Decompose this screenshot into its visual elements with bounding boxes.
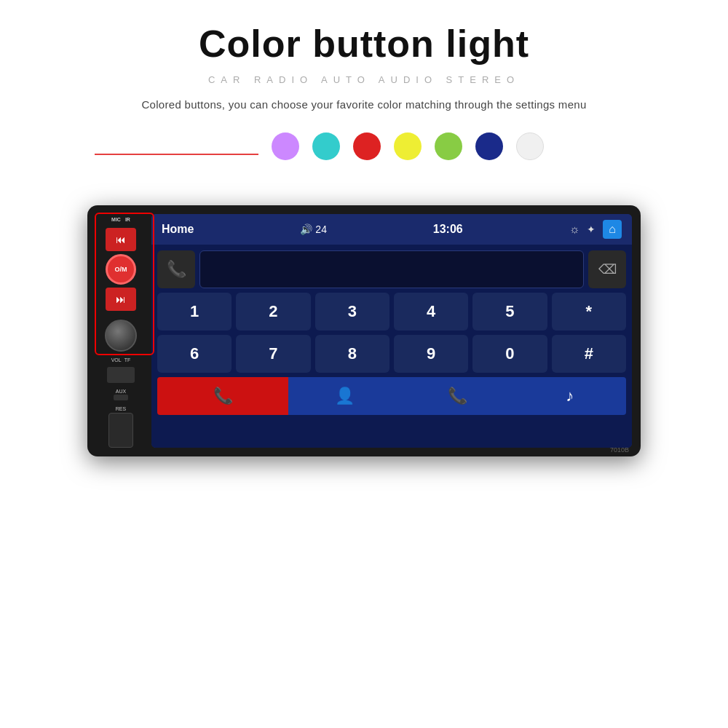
color-dot-yellow[interactable] [394, 132, 422, 160]
volume-display: 🔊 24 [300, 223, 327, 235]
bottom-contacts-button[interactable]: 👤 [288, 377, 401, 415]
color-dot-green[interactable] [435, 132, 462, 160]
car-radio-device: MIC IR ⏮ O/M ⏭ VOL TF AUX [87, 205, 641, 456]
aux-port[interactable] [114, 395, 128, 400]
mic-label: MIC [111, 217, 121, 222]
bottom-hangup-button[interactable]: 📞 [401, 377, 514, 415]
dial-input-row: 📞 ⌫ [157, 250, 626, 288]
key-4[interactable]: 4 [394, 293, 468, 331]
mic-ir-row: MIC IR [111, 217, 130, 222]
power-label: O/M [115, 266, 127, 273]
color-dots-section [0, 132, 728, 176]
key-8[interactable]: 8 [315, 335, 389, 373]
volume-knob[interactable] [105, 320, 137, 352]
screen-header: Home 🔊 24 13:06 ☼ ✦ ⌂ [151, 214, 632, 245]
key-7[interactable]: 7 [236, 335, 310, 373]
header-icons: ☼ ✦ ⌂ [569, 220, 622, 239]
key-star[interactable]: * [552, 293, 626, 331]
res-label: RES [116, 406, 126, 411]
color-dot-purple[interactable] [272, 132, 299, 160]
screen-area: Home 🔊 24 13:06 ☼ ✦ ⌂ � [151, 214, 632, 448]
bottom-bar: 📞 👤 📞 ♪ [157, 377, 626, 415]
ir-label: IR [125, 217, 130, 222]
device-wrapper: MIC IR ⏮ O/M ⏭ VOL TF AUX [87, 205, 641, 456]
key-2[interactable]: 2 [236, 293, 310, 331]
power-button[interactable]: O/M [106, 254, 136, 285]
key-3[interactable]: 3 [315, 293, 389, 331]
left-panel: MIC IR ⏮ O/M ⏭ VOL TF AUX [96, 214, 146, 448]
color-dot-red[interactable] [353, 132, 381, 160]
clock-display: 13:06 [433, 223, 463, 236]
color-dots-row [272, 132, 544, 160]
key-0[interactable]: 0 [472, 335, 547, 373]
key-6[interactable]: 6 [157, 335, 232, 373]
page-container: Color button light CAR RADIO AUTO AUDIO … [0, 0, 728, 728]
backspace-button[interactable]: ⌫ [588, 250, 626, 288]
screen-body: 📞 ⌫ 1 2 3 4 5 * 6 [151, 245, 632, 448]
model-label: 7010B [610, 446, 629, 454]
key-hash[interactable]: # [552, 335, 626, 373]
keypad-row-1: 1 2 3 4 5 * [157, 293, 626, 331]
home-icon[interactable]: ⌂ [603, 220, 622, 239]
tf-label: TF [124, 357, 131, 363]
key-1[interactable]: 1 [157, 293, 232, 331]
usb-slot[interactable] [108, 413, 133, 448]
keypad-row-2: 6 7 8 9 0 # [157, 335, 626, 373]
key-5[interactable]: 5 [472, 293, 547, 331]
aux-label: AUX [116, 389, 126, 394]
brightness-icon: ☼ [569, 223, 580, 236]
key-9[interactable]: 9 [394, 335, 468, 373]
screen-home-label: Home [162, 223, 194, 236]
description: Colored buttons, you can choose your fav… [141, 98, 586, 111]
prev-button[interactable]: ⏮ [106, 228, 136, 251]
vol-label: VOL [111, 357, 122, 363]
volume-value: 24 [315, 223, 327, 235]
call-green-button[interactable]: 📞 [157, 250, 195, 288]
color-dot-white[interactable] [516, 132, 544, 160]
vol-tf-row: VOL TF [111, 357, 131, 363]
bottom-music-button[interactable]: ♪ [513, 377, 626, 415]
subtitle: CAR RADIO AUTO AUDIO STEREO [208, 74, 520, 85]
dial-number-input[interactable] [199, 250, 584, 288]
next-button[interactable]: ⏭ [106, 288, 136, 311]
color-dot-navy[interactable] [475, 132, 503, 160]
bluetooth-icon: ✦ [587, 223, 596, 235]
page-title: Color button light [199, 22, 529, 66]
bottom-call-button[interactable]: 📞 [157, 377, 288, 415]
color-dot-cyan[interactable] [312, 132, 340, 160]
volume-speaker-icon: 🔊 [300, 223, 312, 235]
tf-slot[interactable] [107, 367, 135, 383]
